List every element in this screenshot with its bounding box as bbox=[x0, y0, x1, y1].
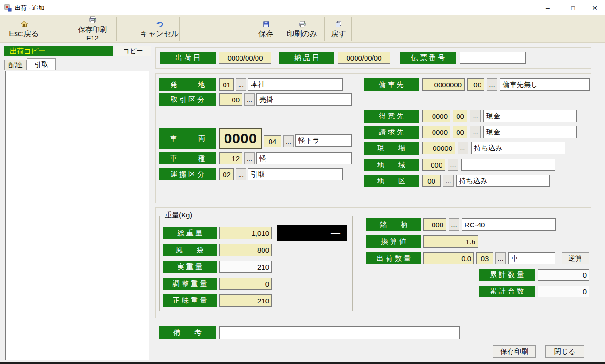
billing-code1-field[interactable]: 0000 bbox=[422, 126, 450, 138]
transport-type-code-field[interactable]: 02 bbox=[219, 168, 234, 180]
toolbar-separator bbox=[279, 17, 279, 41]
vehicle-lookup-button[interactable]: … bbox=[283, 135, 294, 147]
close-button[interactable]: ✕ bbox=[584, 0, 605, 15]
area-name-field[interactable] bbox=[461, 159, 555, 171]
vehicle-number-field[interactable]: 0000 bbox=[219, 128, 262, 149]
minimize-button[interactable]: – bbox=[537, 0, 558, 15]
save-print-toolbar-button[interactable]: 保存印刷 F12 bbox=[70, 16, 115, 42]
save-label: 保存 bbox=[258, 30, 273, 38]
transport-type-lookup-button[interactable]: … bbox=[236, 168, 246, 180]
save-button[interactable]: 保存 bbox=[254, 16, 278, 42]
shipment-add-window: 出荷 - 追加 – □ ✕ Esc:戻る 保存印刷 F12 キャンセル 保存 bbox=[0, 0, 605, 364]
delivery-date-field[interactable]: 0000/00/00 bbox=[338, 52, 390, 64]
vehicle-code-field[interactable]: 04 bbox=[264, 135, 281, 147]
remarks-field[interactable] bbox=[219, 326, 460, 339]
footer-save-print-button[interactable]: 保存印刷 bbox=[493, 345, 536, 358]
origin-lookup-button[interactable]: … bbox=[236, 78, 246, 91]
customer-code1-field[interactable]: 0000 bbox=[422, 110, 450, 122]
ship-copy-list[interactable] bbox=[5, 71, 149, 360]
reverse-calc-button[interactable]: 逆算 bbox=[562, 252, 589, 264]
charter-name-field[interactable]: 傭車先無し bbox=[500, 78, 590, 91]
revert-button[interactable]: 戻す bbox=[326, 16, 351, 42]
district-name-field[interactable]: 持ち込み bbox=[456, 175, 550, 187]
window-title: 出荷 - 追加 bbox=[15, 0, 45, 15]
save-print-label: 保存印刷 bbox=[78, 25, 107, 34]
conversion-field[interactable]: 1.6 bbox=[423, 235, 478, 248]
vehicle-type-code-field[interactable]: 12 bbox=[219, 152, 242, 164]
adjust-weight-label: 調 整 重 量 bbox=[163, 278, 217, 290]
customer-name-field[interactable]: 現金 bbox=[483, 110, 577, 122]
footer-close-button[interactable]: 閉じる bbox=[545, 345, 584, 358]
charter-code2-field[interactable]: 00 bbox=[467, 78, 484, 91]
total-quantity-field: 0 bbox=[538, 269, 589, 281]
unit-lookup-button[interactable]: … bbox=[495, 252, 506, 264]
slip-number-label: 伝 票 番 号 bbox=[400, 52, 456, 64]
origin-code-field[interactable]: 01 bbox=[219, 78, 234, 91]
ship-quantity-field[interactable]: 0.0 bbox=[423, 252, 474, 264]
delivery-date-label: 納 品 日 bbox=[279, 52, 334, 64]
print-only-label: 印刷のみ bbox=[287, 30, 318, 38]
brand-name-field[interactable]: RC-40 bbox=[462, 218, 556, 231]
area-code-field[interactable]: 000 bbox=[422, 159, 445, 171]
billing-label: 請 求 先 bbox=[364, 126, 419, 139]
unit-name-field[interactable]: 車 bbox=[508, 252, 555, 264]
transaction-type-label: 取 引 区 分 bbox=[159, 93, 216, 106]
charter-lookup-button[interactable]: … bbox=[487, 78, 497, 91]
vehicle-name-field[interactable]: 軽トラ bbox=[295, 134, 352, 147]
ship-copy-header: 出荷コピー bbox=[4, 46, 113, 56]
total-count-field: 0 bbox=[538, 286, 589, 297]
total-quantity-label: 累 計 数 量 bbox=[479, 269, 535, 281]
tab-pickup[interactable]: 引取 bbox=[27, 58, 56, 70]
brand-code-field[interactable]: 000 bbox=[423, 218, 446, 231]
gross-weight-field[interactable]: 1,010 bbox=[219, 227, 272, 239]
billing-code2-field[interactable]: 00 bbox=[453, 126, 467, 138]
district-lookup-button[interactable]: … bbox=[443, 175, 454, 187]
print-only-button[interactable]: 印刷のみ bbox=[281, 16, 323, 42]
toolbar-separator bbox=[116, 17, 117, 41]
origin-name-field[interactable]: 本社 bbox=[248, 78, 343, 91]
brand-lookup-button[interactable]: … bbox=[449, 218, 459, 231]
copy-button[interactable]: コピー bbox=[115, 46, 151, 56]
site-code-field[interactable]: 00000 bbox=[422, 142, 455, 154]
origin-label: 発 地 bbox=[159, 78, 216, 91]
transport-type-label: 運 搬 区 分 bbox=[159, 168, 216, 180]
customer-label: 得 意 先 bbox=[364, 110, 419, 123]
toolbar-separator bbox=[46, 17, 46, 41]
unit-code-field[interactable]: 03 bbox=[476, 252, 493, 264]
area-lookup-button[interactable]: … bbox=[448, 159, 458, 171]
home-icon bbox=[20, 20, 28, 30]
toolbar-separator bbox=[252, 17, 252, 41]
transport-type-name-field[interactable]: 引取 bbox=[248, 168, 343, 180]
tab-delivery[interactable]: 配達 bbox=[4, 60, 27, 70]
esc-back-button[interactable]: Esc:戻る bbox=[3, 16, 45, 42]
net-weight-field[interactable]: 210 bbox=[219, 294, 272, 307]
window-bottom-edge bbox=[0, 362, 605, 364]
revert-label: 戻す bbox=[331, 30, 346, 38]
brand-label: 銘 柄 bbox=[366, 218, 421, 231]
customer-lookup-button[interactable]: … bbox=[470, 110, 481, 122]
gross-weight-label: 総 重 量 bbox=[163, 227, 217, 239]
tare-weight-field[interactable]: 800 bbox=[219, 244, 272, 256]
charter-code1-field[interactable]: 0000000 bbox=[422, 78, 465, 91]
ship-date-field[interactable]: 0000/00/00 bbox=[219, 52, 271, 64]
ship-quantity-label: 出 荷 数 量 bbox=[366, 252, 421, 264]
vehicle-type-lookup-button[interactable]: … bbox=[244, 152, 255, 164]
site-name-field[interactable]: 持ち込み bbox=[471, 142, 565, 154]
cancel-button[interactable]: キャンセル bbox=[140, 16, 179, 42]
site-lookup-button[interactable]: … bbox=[458, 142, 468, 154]
adjust-weight-field[interactable]: 0 bbox=[219, 278, 272, 290]
transaction-type-name-field[interactable]: 売掛 bbox=[256, 93, 352, 106]
customer-code2-field[interactable]: 00 bbox=[453, 110, 467, 122]
maximize-button[interactable]: □ bbox=[562, 0, 584, 15]
slip-number-field[interactable] bbox=[460, 52, 526, 64]
billing-lookup-button[interactable]: … bbox=[470, 126, 481, 138]
vehicle-type-name-field[interactable]: 軽 bbox=[256, 152, 352, 164]
district-code-field[interactable]: 00 bbox=[422, 175, 441, 187]
transaction-type-code-field[interactable]: 00 bbox=[219, 93, 242, 106]
charter-label: 傭 車 先 bbox=[364, 78, 419, 91]
tare-weight-label: 風 袋 bbox=[163, 244, 217, 256]
transaction-type-lookup-button[interactable]: … bbox=[244, 93, 255, 106]
billing-name-field[interactable]: 現金 bbox=[483, 126, 577, 138]
vehicle-type-label: 車 種 bbox=[159, 152, 216, 164]
toolbar-separator bbox=[351, 17, 352, 41]
